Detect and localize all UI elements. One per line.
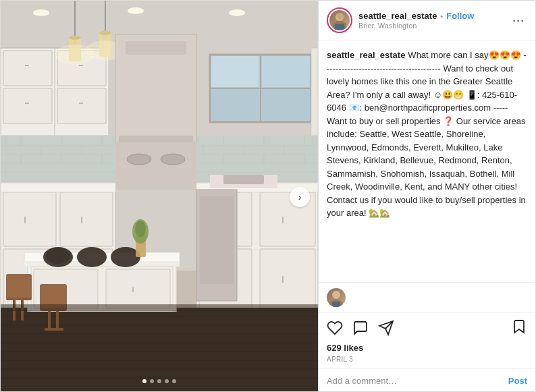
- caption-area: seattle_real_estateWhat more can I say😍😍…: [319, 40, 535, 282]
- post-comment-button[interactable]: Post: [508, 376, 527, 386]
- comment-input[interactable]: [327, 376, 508, 386]
- svg-point-130: [336, 13, 342, 19]
- caption-text: What more can I say😍😍😍 -----------------…: [327, 50, 527, 218]
- svg-rect-82: [200, 196, 234, 284]
- share-button[interactable]: [378, 320, 394, 336]
- svg-point-21: [33, 9, 49, 16]
- avatar[interactable]: [327, 7, 352, 33]
- svg-rect-87: [211, 56, 259, 87]
- svg-rect-88: [262, 56, 310, 87]
- add-comment-row: Post: [319, 368, 535, 392]
- svg-rect-68: [1, 183, 115, 192]
- svg-rect-89: [311, 48, 318, 136]
- svg-rect-117: [56, 310, 59, 331]
- next-photo-arrow[interactable]: ›: [290, 187, 310, 207]
- svg-rect-131: [335, 24, 344, 30]
- svg-rect-126: [1, 304, 318, 311]
- svg-point-22: [128, 7, 144, 14]
- svg-rect-116: [48, 310, 51, 331]
- post-location: Brier, Washington: [358, 22, 504, 30]
- likes-count[interactable]: 629 likes: [319, 340, 535, 354]
- comment-preview: [319, 282, 535, 312]
- comment-button[interactable]: [352, 320, 369, 336]
- svg-point-109: [46, 248, 70, 264]
- svg-rect-56: [115, 142, 196, 190]
- svg-rect-105: [106, 269, 170, 308]
- svg-rect-80: [223, 175, 264, 184]
- svg-point-57: [127, 154, 151, 165]
- svg-rect-5: [3, 51, 52, 86]
- post-header: seattle_real_estate • Follow Brier, Wash…: [319, 1, 535, 40]
- post-date: APRIL 3: [319, 354, 535, 368]
- svg-point-23: [229, 9, 245, 16]
- bookmark-button[interactable]: [511, 318, 527, 337]
- svg-rect-125: [9, 277, 29, 297]
- dot-5: [172, 379, 176, 383]
- svg-rect-134: [332, 302, 340, 307]
- action-icons-left: [327, 320, 511, 336]
- dot-separator: •: [440, 12, 443, 20]
- post-image: ›: [1, 1, 318, 392]
- svg-point-114: [135, 221, 146, 237]
- caption-username[interactable]: seattle_real_estate: [327, 50, 405, 60]
- svg-rect-54: [126, 41, 186, 55]
- svg-rect-61: [60, 192, 113, 246]
- svg-rect-7: [3, 88, 52, 123]
- more-options-button[interactable]: ···: [510, 13, 527, 28]
- dot-2: [150, 379, 154, 383]
- svg-rect-60: [3, 192, 56, 246]
- svg-point-110: [77, 247, 107, 267]
- svg-point-58: [161, 154, 185, 165]
- photo-dots: [142, 379, 176, 383]
- follow-button[interactable]: Follow: [446, 11, 474, 21]
- post-username[interactable]: seattle_real_estate: [358, 11, 437, 21]
- svg-point-132: [332, 291, 340, 299]
- actions-row: [319, 312, 535, 340]
- dot-3: [157, 379, 161, 383]
- svg-rect-73: [260, 249, 315, 308]
- dot-4: [165, 379, 169, 383]
- header-text: seattle_real_estate • Follow Brier, Wash…: [358, 11, 504, 30]
- svg-point-18: [99, 31, 111, 35]
- svg-rect-8: [57, 88, 106, 123]
- dot-1: [142, 379, 146, 383]
- commenter-avatar: [327, 288, 346, 307]
- post-info-panel: seattle_real_estate • Follow Brier, Wash…: [318, 1, 535, 392]
- svg-point-16: [69, 36, 81, 40]
- like-button[interactable]: [327, 320, 343, 336]
- svg-rect-118: [45, 328, 63, 331]
